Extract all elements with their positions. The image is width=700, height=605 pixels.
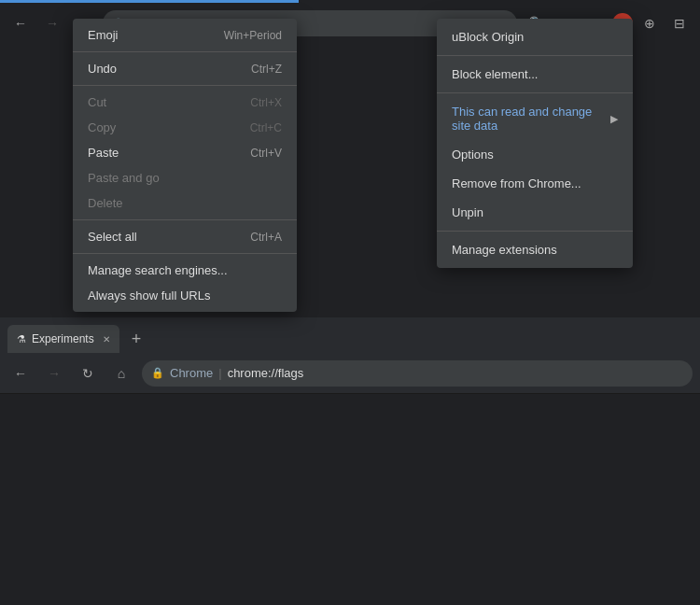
manage-extensions-label: Manage extensions [452, 243, 557, 257]
menu-item-paste[interactable]: Paste Ctrl+V [73, 140, 297, 165]
top-progress-bar [0, 0, 299, 3]
copy-shortcut: Ctrl+C [250, 121, 282, 134]
cut-shortcut: Ctrl+X [250, 96, 282, 109]
forward-button[interactable]: → [39, 10, 65, 36]
inner-home-button[interactable]: ⌂ [108, 360, 134, 387]
divider-r3 [437, 231, 633, 232]
divider-4 [73, 253, 297, 254]
inner-back-button[interactable]: ← [7, 360, 34, 387]
read-change-label: This can read and change site data [452, 105, 610, 133]
menu-item-cut[interactable]: Cut Ctrl+X [73, 90, 297, 115]
paste-shortcut: Ctrl+V [250, 147, 282, 160]
inner-refresh-button[interactable]: ↻ [75, 360, 101, 387]
unpin-label: Unpin [452, 205, 483, 219]
divider-2 [73, 85, 297, 86]
block-element-label: Block element... [452, 67, 539, 81]
menu-item-block-element[interactable]: Block element... [437, 60, 633, 89]
extensions-button[interactable]: ⊕ [637, 10, 663, 36]
menu-item-ublock[interactable]: uBlock Origin [437, 22, 633, 51]
menu-item-manage-extensions[interactable]: Manage extensions [437, 235, 633, 264]
divider-3 [73, 219, 297, 220]
left-context-menu: Emoji Win+Period Undo Ctrl+Z Cut Ctrl+X … [73, 19, 297, 312]
inner-tab-experiments[interactable]: ⚗ Experiments ✕ [7, 325, 119, 353]
tab-favicon: ⚗ [17, 333, 26, 345]
inner-url-path: chrome://flags [228, 366, 304, 380]
divider-r2 [437, 92, 633, 93]
ublock-label: uBlock Origin [452, 30, 524, 44]
divider-r1 [437, 55, 633, 56]
new-tab-button[interactable]: + [123, 327, 149, 353]
emoji-shortcut: Win+Period [224, 29, 282, 42]
menu-item-emoji[interactable]: Emoji Win+Period [73, 22, 297, 48]
inner-address-bar: ← → ↻ ⌂ 🔒 Chrome | chrome://flags [0, 353, 700, 394]
delete-label: Delete [88, 196, 123, 210]
menu-item-undo[interactable]: Undo Ctrl+Z [73, 56, 297, 81]
tab-close-button[interactable]: ✕ [103, 334, 110, 345]
menu-item-copy[interactable]: Copy Ctrl+C [73, 115, 297, 140]
tab-label: Experiments [32, 332, 94, 345]
divider-1 [73, 51, 297, 52]
right-context-menu: uBlock Origin Block element... This can … [437, 19, 633, 268]
options-label: Options [452, 148, 494, 162]
menu-item-delete[interactable]: Delete [73, 190, 297, 216]
menu-item-select-all[interactable]: Select all Ctrl+A [73, 224, 297, 249]
cut-label: Cut [88, 95, 106, 109]
inner-url-bar[interactable]: 🔒 Chrome | chrome://flags [142, 360, 693, 387]
paste-label: Paste [88, 146, 119, 160]
search-engines-label: Manage search engines... [88, 263, 228, 277]
inner-forward-button[interactable]: → [41, 360, 67, 387]
copy-label: Copy [88, 120, 116, 134]
undo-shortcut: Ctrl+Z [251, 63, 282, 76]
back-button[interactable]: ← [7, 10, 34, 36]
menu-item-search-engines[interactable]: Manage search engines... [73, 258, 297, 283]
remove-chrome-label: Remove from Chrome... [452, 176, 581, 190]
menu-item-full-urls[interactable]: Always show full URLs [73, 283, 297, 308]
inner-tab-bar: ⚗ Experiments ✕ + [0, 317, 700, 353]
window-controls[interactable]: ⊟ [666, 10, 693, 36]
paste-go-label: Paste and go [88, 171, 160, 185]
full-urls-label: Always show full URLs [88, 288, 211, 302]
inner-lock-icon: 🔒 [151, 367, 164, 379]
menu-item-unpin[interactable]: Unpin [437, 198, 633, 227]
emoji-label: Emoji [88, 28, 119, 42]
select-all-shortcut: Ctrl+A [250, 231, 282, 244]
menu-item-options[interactable]: Options [437, 140, 633, 169]
inner-url-domain: Chrome [170, 366, 213, 380]
select-all-label: Select all [88, 230, 137, 244]
arrow-icon: ▶ [610, 113, 618, 125]
inner-browser-window: ⚗ Experiments ✕ + ← → ↻ ⌂ 🔒 Chrome | chr… [0, 317, 700, 605]
menu-item-read-change[interactable]: This can read and change site data ▶ [437, 97, 633, 140]
menu-item-remove-chrome[interactable]: Remove from Chrome... [437, 169, 633, 198]
url-separator: | [218, 366, 221, 380]
menu-item-paste-go[interactable]: Paste and go [73, 165, 297, 190]
undo-label: Undo [88, 62, 117, 76]
